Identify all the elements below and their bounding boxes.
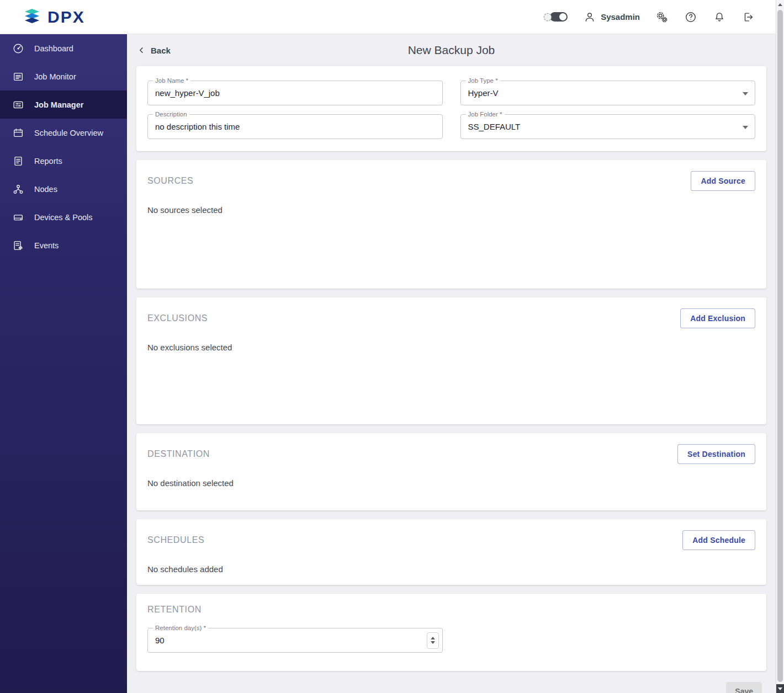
sidebar-item-job-monitor[interactable]: Job Monitor xyxy=(0,62,127,90)
page-title: New Backup Job xyxy=(136,44,766,57)
reports-icon xyxy=(12,155,24,167)
sidebar-item-label: Job Manager xyxy=(34,100,83,109)
retention-days-input[interactable]: Retention day(s) * 90 xyxy=(147,628,443,653)
page-header: New Backup Job Back xyxy=(136,34,766,66)
logo-text: DPX xyxy=(47,8,85,26)
description-label: Description xyxy=(153,111,189,118)
toggle-knob xyxy=(559,13,566,20)
schedules-empty-text: No schedules added xyxy=(147,564,755,574)
sidebar-item-dashboard[interactable]: Dashboard xyxy=(0,34,127,62)
nodes-icon xyxy=(12,183,24,195)
job-name-field[interactable]: Job Name * new_hyper-V_job xyxy=(147,81,443,105)
topbar: DPX Sysadmin xyxy=(0,0,776,34)
sources-section: SOURCES Add Source No sources selected xyxy=(136,160,766,289)
sidebar-item-schedule-overview[interactable]: Schedule Overview xyxy=(0,119,127,147)
job-type-value: Hyper-V xyxy=(461,88,499,98)
devices-pools-icon xyxy=(12,211,24,223)
sidebar-item-label: Reports xyxy=(34,157,62,166)
sidebar-item-label: Devices & Pools xyxy=(34,213,93,222)
sources-title: SOURCES xyxy=(147,176,193,186)
gear-icon xyxy=(542,12,553,23)
chevron-down-icon xyxy=(743,126,748,129)
job-type-select[interactable]: Job Type * Hyper-V xyxy=(460,81,756,105)
scroll-up-button[interactable] xyxy=(776,0,784,9)
user-name: Sysadmin xyxy=(601,12,640,22)
destination-section: DESTINATION Set Destination No destinati… xyxy=(136,433,766,510)
sidebar-item-label: Events xyxy=(34,241,59,250)
exclusions-empty-text: No exclusions selected xyxy=(147,343,755,352)
set-destination-button[interactable]: Set Destination xyxy=(677,444,755,464)
job-manager-icon xyxy=(12,99,24,111)
job-name-label: Job Name * xyxy=(153,77,190,84)
logout-icon[interactable] xyxy=(741,10,755,24)
dashboard-icon xyxy=(12,42,24,55)
scroll-down-button[interactable] xyxy=(776,684,784,693)
dpx-logo: DPX xyxy=(0,8,85,26)
sidebar-item-events[interactable]: Events xyxy=(0,231,127,259)
schedule-overview-icon xyxy=(12,127,24,139)
retention-days-value: 90 xyxy=(148,636,165,645)
schedules-section: SCHEDULES Add Schedule No schedules adde… xyxy=(136,519,766,585)
events-icon xyxy=(12,239,24,252)
description-value: no description this time xyxy=(148,122,240,131)
destination-title: DESTINATION xyxy=(147,449,210,459)
chevron-down-icon xyxy=(743,92,748,95)
add-exclusion-button[interactable]: Add Exclusion xyxy=(680,308,755,328)
scrollbar-thumb[interactable] xyxy=(777,10,783,682)
sidebar-item-label: Dashboard xyxy=(34,44,73,53)
sidebar: Dashboard Job Monitor Job Manager Schedu… xyxy=(0,34,127,693)
sidebar-item-devices-pools[interactable]: Devices & Pools xyxy=(0,203,127,231)
scrollbar[interactable] xyxy=(776,0,784,693)
save-button[interactable]: Save xyxy=(726,682,762,693)
help-icon[interactable] xyxy=(684,10,697,24)
sources-empty-text: No sources selected xyxy=(147,205,755,215)
job-folder-value: SS_DEFAULT xyxy=(461,122,521,131)
exclusions-section: EXCLUSIONS Add Exclusion No exclusions s… xyxy=(136,297,766,424)
add-schedule-button[interactable]: Add Schedule xyxy=(682,530,755,550)
job-name-value: new_hyper-V_job xyxy=(148,88,220,98)
retention-section: RETENTION Retention day(s) * 90 xyxy=(136,594,766,671)
job-monitor-icon xyxy=(12,71,24,83)
job-details-card: Job Name * new_hyper-V_job Job Type * Hy… xyxy=(136,66,766,151)
number-stepper-icon[interactable] xyxy=(427,632,439,649)
retention-days-label: Retention day(s) * xyxy=(153,625,208,631)
description-field[interactable]: Description no description this time xyxy=(147,114,443,139)
sidebar-item-reports[interactable]: Reports xyxy=(0,147,127,175)
sidebar-item-nodes[interactable]: Nodes xyxy=(0,175,127,203)
notifications-bell-icon[interactable] xyxy=(713,10,726,24)
dpx-logo-icon xyxy=(22,8,42,26)
sidebar-item-label: Schedule Overview xyxy=(34,129,103,137)
dark-mode-toggle[interactable] xyxy=(542,10,568,24)
user-menu[interactable]: Sysadmin xyxy=(583,10,640,24)
main-content: New Backup Job Back Job Name * new_hyper… xyxy=(127,34,776,693)
add-source-button[interactable]: Add Source xyxy=(691,171,755,191)
sidebar-item-job-manager[interactable]: Job Manager xyxy=(0,90,127,119)
settings-gears-icon[interactable] xyxy=(655,10,669,24)
job-type-label: Job Type * xyxy=(466,77,500,84)
destination-empty-text: No destination selected xyxy=(147,478,755,488)
sidebar-item-label: Job Monitor xyxy=(34,72,76,81)
sidebar-item-label: Nodes xyxy=(34,185,57,194)
job-folder-label: Job Folder * xyxy=(466,111,505,118)
job-folder-select[interactable]: Job Folder * SS_DEFAULT xyxy=(460,114,756,139)
exclusions-title: EXCLUSIONS xyxy=(147,313,208,323)
retention-title: RETENTION xyxy=(147,605,202,614)
user-icon xyxy=(583,10,596,24)
schedules-title: SCHEDULES xyxy=(147,535,204,545)
